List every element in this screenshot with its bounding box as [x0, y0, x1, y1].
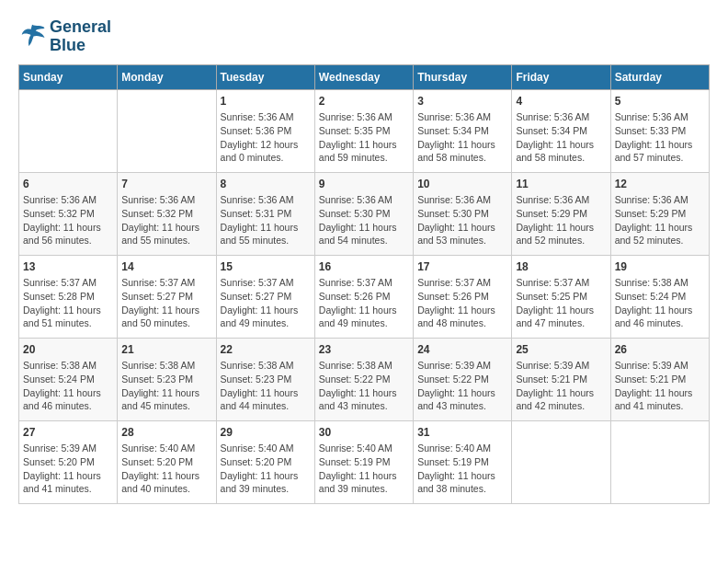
calendar-cell [118, 89, 216, 172]
calendar-cell: 16Sunrise: 5:37 AM Sunset: 5:26 PM Dayli… [314, 255, 413, 338]
calendar-cell: 25Sunrise: 5:39 AM Sunset: 5:21 PM Dayli… [512, 338, 610, 420]
day-info: Sunrise: 5:38 AM Sunset: 5:23 PM Dayligh… [221, 359, 311, 413]
day-info: Sunrise: 5:38 AM Sunset: 5:24 PM Dayligh… [615, 276, 705, 330]
day-number: 7 [121, 177, 211, 192]
day-number: 8 [221, 177, 311, 192]
logo-text: General Blue [50, 18, 111, 55]
column-header-saturday: Saturday [610, 64, 709, 89]
calendar-cell: 3Sunrise: 5:36 AM Sunset: 5:34 PM Daylig… [414, 89, 512, 172]
day-number: 4 [516, 94, 606, 109]
day-number: 22 [221, 342, 311, 358]
calendar-cell: 26Sunrise: 5:39 AM Sunset: 5:21 PM Dayli… [610, 338, 709, 420]
calendar-cell: 28Sunrise: 5:40 AM Sunset: 5:20 PM Dayli… [118, 420, 216, 503]
calendar-cell: 15Sunrise: 5:37 AM Sunset: 5:27 PM Dayli… [216, 255, 314, 338]
day-info: Sunrise: 5:39 AM Sunset: 5:20 PM Dayligh… [23, 442, 113, 496]
day-number: 2 [319, 94, 409, 109]
calendar-cell: 30Sunrise: 5:40 AM Sunset: 5:19 PM Dayli… [314, 420, 413, 503]
day-info: Sunrise: 5:36 AM Sunset: 5:36 PM Dayligh… [221, 110, 311, 165]
day-number: 18 [516, 259, 606, 275]
day-info: Sunrise: 5:36 AM Sunset: 5:30 PM Dayligh… [417, 193, 507, 247]
day-info: Sunrise: 5:40 AM Sunset: 5:19 PM Dayligh… [319, 442, 409, 496]
day-number: 30 [319, 425, 409, 441]
calendar-cell: 9Sunrise: 5:36 AM Sunset: 5:30 PM Daylig… [314, 172, 413, 255]
logo: General Blue [18, 18, 111, 55]
day-info: Sunrise: 5:39 AM Sunset: 5:22 PM Dayligh… [417, 359, 507, 413]
day-number: 19 [615, 259, 705, 275]
day-number: 23 [319, 342, 409, 358]
day-number: 6 [23, 177, 113, 192]
day-number: 25 [516, 342, 606, 358]
column-header-thursday: Thursday [414, 64, 512, 89]
day-number: 9 [319, 177, 409, 192]
calendar-cell: 1Sunrise: 5:36 AM Sunset: 5:36 PM Daylig… [216, 89, 314, 172]
calendar-cell: 7Sunrise: 5:36 AM Sunset: 5:32 PM Daylig… [118, 172, 216, 255]
day-number: 13 [23, 259, 113, 275]
calendar-cell: 13Sunrise: 5:37 AM Sunset: 5:28 PM Dayli… [19, 255, 118, 338]
calendar-cell: 6Sunrise: 5:36 AM Sunset: 5:32 PM Daylig… [19, 172, 118, 255]
calendar-table: SundayMondayTuesdayWednesdayThursdayFrid… [18, 64, 710, 504]
calendar-cell: 8Sunrise: 5:36 AM Sunset: 5:31 PM Daylig… [216, 172, 314, 255]
day-info: Sunrise: 5:36 AM Sunset: 5:29 PM Dayligh… [516, 193, 606, 247]
calendar-cell: 27Sunrise: 5:39 AM Sunset: 5:20 PM Dayli… [19, 420, 118, 503]
day-info: Sunrise: 5:37 AM Sunset: 5:25 PM Dayligh… [516, 276, 606, 330]
column-header-friday: Friday [512, 64, 610, 89]
day-number: 31 [417, 425, 507, 441]
calendar-cell: 23Sunrise: 5:38 AM Sunset: 5:22 PM Dayli… [314, 338, 413, 420]
day-info: Sunrise: 5:37 AM Sunset: 5:27 PM Dayligh… [221, 276, 311, 330]
day-info: Sunrise: 5:40 AM Sunset: 5:20 PM Dayligh… [121, 442, 211, 496]
calendar-cell: 29Sunrise: 5:40 AM Sunset: 5:20 PM Dayli… [216, 420, 314, 503]
day-info: Sunrise: 5:36 AM Sunset: 5:32 PM Dayligh… [121, 193, 211, 247]
day-number: 15 [221, 259, 311, 275]
week-row-3: 13Sunrise: 5:37 AM Sunset: 5:28 PM Dayli… [19, 255, 710, 338]
day-info: Sunrise: 5:36 AM Sunset: 5:35 PM Dayligh… [319, 110, 409, 165]
calendar-cell: 19Sunrise: 5:38 AM Sunset: 5:24 PM Dayli… [610, 255, 709, 338]
week-row-2: 6Sunrise: 5:36 AM Sunset: 5:32 PM Daylig… [19, 172, 710, 255]
column-header-tuesday: Tuesday [216, 64, 314, 89]
day-number: 3 [417, 94, 507, 109]
day-number: 24 [417, 342, 507, 358]
calendar-cell: 21Sunrise: 5:38 AM Sunset: 5:23 PM Dayli… [118, 338, 216, 420]
day-info: Sunrise: 5:36 AM Sunset: 5:31 PM Dayligh… [221, 193, 311, 247]
calendar-cell: 5Sunrise: 5:36 AM Sunset: 5:33 PM Daylig… [610, 89, 709, 172]
day-info: Sunrise: 5:36 AM Sunset: 5:34 PM Dayligh… [417, 110, 507, 165]
day-number: 12 [615, 177, 705, 192]
column-header-monday: Monday [118, 64, 216, 89]
day-info: Sunrise: 5:36 AM Sunset: 5:32 PM Dayligh… [23, 193, 113, 247]
calendar-cell: 12Sunrise: 5:36 AM Sunset: 5:29 PM Dayli… [610, 172, 709, 255]
week-row-4: 20Sunrise: 5:38 AM Sunset: 5:24 PM Dayli… [19, 338, 710, 420]
calendar-cell: 20Sunrise: 5:38 AM Sunset: 5:24 PM Dayli… [19, 338, 118, 420]
calendar-cell: 31Sunrise: 5:40 AM Sunset: 5:19 PM Dayli… [414, 420, 512, 503]
calendar-cell [19, 89, 118, 172]
day-info: Sunrise: 5:36 AM Sunset: 5:34 PM Dayligh… [516, 110, 606, 165]
day-info: Sunrise: 5:40 AM Sunset: 5:19 PM Dayligh… [417, 442, 507, 496]
calendar-cell [512, 420, 610, 503]
week-row-1: 1Sunrise: 5:36 AM Sunset: 5:36 PM Daylig… [19, 89, 710, 172]
day-number: 10 [417, 177, 507, 192]
calendar-cell: 24Sunrise: 5:39 AM Sunset: 5:22 PM Dayli… [414, 338, 512, 420]
day-number: 20 [23, 342, 113, 358]
day-number: 21 [121, 342, 211, 358]
week-row-5: 27Sunrise: 5:39 AM Sunset: 5:20 PM Dayli… [19, 420, 710, 503]
calendar-cell: 22Sunrise: 5:38 AM Sunset: 5:23 PM Dayli… [216, 338, 314, 420]
day-number: 29 [221, 425, 311, 441]
day-number: 28 [121, 425, 211, 441]
calendar-cell: 18Sunrise: 5:37 AM Sunset: 5:25 PM Dayli… [512, 255, 610, 338]
calendar-cell: 10Sunrise: 5:36 AM Sunset: 5:30 PM Dayli… [414, 172, 512, 255]
day-number: 26 [615, 342, 705, 358]
calendar-header-row: SundayMondayTuesdayWednesdayThursdayFrid… [19, 64, 710, 89]
day-number: 11 [516, 177, 606, 192]
day-info: Sunrise: 5:38 AM Sunset: 5:24 PM Dayligh… [23, 359, 113, 413]
day-info: Sunrise: 5:37 AM Sunset: 5:26 PM Dayligh… [417, 276, 507, 330]
day-info: Sunrise: 5:40 AM Sunset: 5:20 PM Dayligh… [221, 442, 311, 496]
day-number: 1 [221, 94, 311, 109]
page-header: General Blue [18, 18, 710, 55]
calendar-cell [610, 420, 709, 503]
day-number: 5 [615, 94, 705, 109]
day-info: Sunrise: 5:37 AM Sunset: 5:28 PM Dayligh… [23, 276, 113, 330]
day-number: 27 [23, 425, 113, 441]
day-number: 16 [319, 259, 409, 275]
day-info: Sunrise: 5:39 AM Sunset: 5:21 PM Dayligh… [615, 359, 705, 413]
day-info: Sunrise: 5:37 AM Sunset: 5:26 PM Dayligh… [319, 276, 409, 330]
day-info: Sunrise: 5:38 AM Sunset: 5:22 PM Dayligh… [319, 359, 409, 413]
day-number: 14 [121, 259, 211, 275]
